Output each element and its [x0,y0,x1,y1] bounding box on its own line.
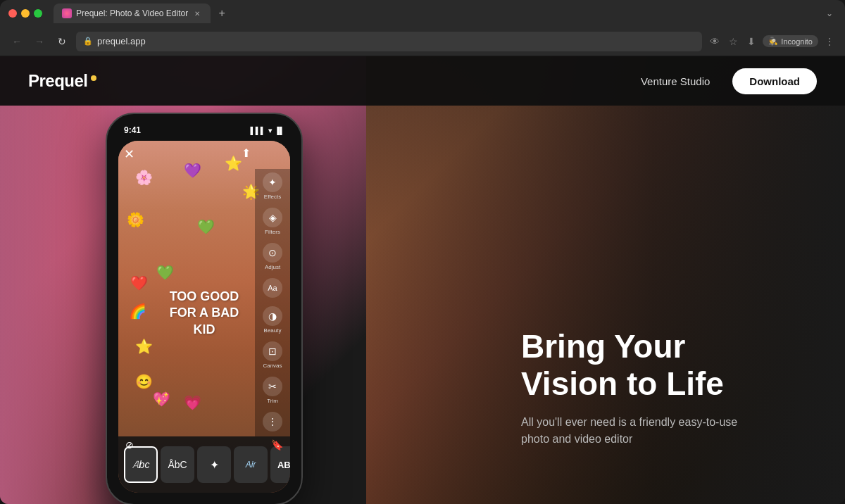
more-icon: ⋮ [263,412,282,431]
phone-mockup-area: 9:41 ▌▌▌ ▾ ▐▌ ✕ ⬆ 🌸 [106,113,303,504]
download-button[interactable]: Download [732,68,817,94]
tab-close-button[interactable]: ✕ [192,8,202,18]
bottom-sticker-script[interactable]: 𝔸bc [124,446,158,483]
bottom-sticker-air[interactable]: Air [234,446,268,483]
forward-button[interactable]: → [31,33,48,50]
titlebar: Prequel: Photo & Video Editor ✕ + ⌄ [0,0,845,27]
phone-mockup: 9:41 ▌▌▌ ▾ ▐▌ ✕ ⬆ 🌸 [106,113,303,504]
text-icon: Aa [263,278,282,298]
url-bar[interactable]: 🔒 prequel.app [76,32,702,51]
sticker-green-circle: 💚 [156,264,174,281]
browser-window: Prequel: Photo & Video Editor ✕ + ⌄ ← → … [0,0,845,504]
venture-studio-link[interactable]: Venture Studio [641,75,710,87]
toolbar-text[interactable]: Aa [263,278,282,299]
lock-icon: 🔒 [83,37,93,46]
toolbar-adjust[interactable]: ⊙ Adjust [263,243,282,270]
window-controls-right: ⌄ [822,6,837,20]
sticker-red-heart: ❤️ [130,275,148,291]
bottom-sticker-symbol[interactable]: ✦ [197,446,231,483]
sticker-pink-heart: 💗 [184,394,201,411]
window-menu-button[interactable]: ⌄ [822,6,837,20]
hero-title: Bring Your Vision to Life [521,328,789,403]
tab-favicon [62,8,72,18]
incognito-icon: 🕵 [768,37,778,46]
toolbar-trim[interactable]: ✂ Trim [263,377,282,404]
sticker-star: ⭐ [225,155,242,172]
logo-dot [91,75,96,81]
back-button[interactable]: ← [8,33,25,50]
tab-title: Prequel: Photo & Video Editor [76,8,188,18]
adjust-icon: ⊙ [263,243,282,263]
toolbar-effects[interactable]: ✦ Effects [263,172,282,200]
new-tab-button[interactable]: + [213,5,230,22]
bottom-sticker-abc[interactable]: ABC [270,446,290,483]
phone-share-button[interactable]: ⬆ [242,146,251,160]
close-window-button[interactable] [8,9,17,18]
tab-area: Prequel: Photo & Video Editor ✕ + [54,4,817,23]
logo[interactable]: Prequel [28,71,96,91]
battery-icon: ▐▌ [275,127,284,134]
phone-status-icons: ▌▌▌ ▾ ▐▌ [251,127,284,134]
sticker-rainbow: 🌈 [129,303,146,320]
phone-time: 9:41 [124,125,141,135]
sticker-purple-star: 💜 [184,162,201,179]
toolbar-canvas[interactable]: ⊡ Canvas [263,341,282,369]
sticker-smiley: 😊 [135,373,153,390]
site-nav: Prequel Venture Studio Download [0,56,845,106]
face-text-line1: TOO GOOD [170,289,239,305]
hero-text: Bring Your Vision to Life All you'll eve… [521,328,789,448]
hero-subtitle: All you'll ever need is a friendly easy-… [521,414,746,448]
trim-icon: ✂ [263,377,282,396]
incognito-badge: 🕵 Incognito [763,35,818,47]
wifi-icon: ▾ [268,127,272,134]
filters-icon: ◈ [263,208,282,227]
browser-menu-button[interactable]: ⋮ [822,34,837,49]
download-icon[interactable]: ⬇ [744,34,758,49]
toolbar-filters[interactable]: ◈ Filters [263,208,282,235]
signal-icon: ▌▌▌ [251,127,265,134]
phone-bottombar: ⊘ 🔖 𝔸bc ÅbC ✦ Air ABC [118,436,290,493]
phone-statusbar: 9:41 ▌▌▌ ▾ ▐▌ [118,125,290,141]
eye-slash-icon[interactable]: 👁 [708,34,722,49]
canvas-icon: ⊡ [263,341,282,361]
phone-close-button[interactable]: ✕ [124,146,134,162]
logo-text: Prequel [28,71,88,91]
maximize-window-button[interactable] [34,9,42,18]
page-content: Prequel Venture Studio Download 9:41 ▌▌▌… [0,56,845,504]
sticker-flower: 🌸 [135,169,153,186]
addressbar-actions: 👁 ☆ ⬇ 🕵 Incognito ⋮ [708,34,837,49]
refresh-button[interactable]: ↻ [54,33,70,50]
sticker-daisy: 🌼 [127,211,144,228]
addressbar: ← → ↻ 🔒 prequel.app 👁 ☆ ⬇ 🕵 Incognito ⋮ [0,27,845,56]
bookmark-sticker-icon[interactable]: 🔖 [271,439,283,451]
minimize-window-button[interactable] [21,9,30,18]
bookmark-icon[interactable]: ☆ [726,34,740,49]
effects-icon: ✦ [263,172,282,192]
active-tab[interactable]: Prequel: Photo & Video Editor ✕ [54,4,211,23]
sticker-green-heart: 💚 [197,218,215,235]
phone-toolbar: ✦ Effects ◈ Filters ⊙ Adjust [255,169,290,436]
toolbar-more[interactable]: ⋮ [263,412,282,433]
bottom-sticker-serif[interactable]: ÅbC [161,446,194,483]
face-text-line2: FOR A BAD [170,305,239,321]
sticker-sparkle-heart: 💖 [153,391,170,408]
phone-screen: ✕ ⬆ 🌸 💜 ⭐ 🌟 🌼 💚 ❤️ 🌈 ⭐ 😊 💗 [118,141,290,493]
face-text-line3: KID [170,322,239,338]
sticker-gold-star: ⭐ [135,338,153,355]
face-text: TOO GOOD FOR A BAD KID [170,289,239,338]
hero-title-line2: Vision to Life [521,365,724,402]
traffic-lights [8,9,42,18]
hero-title-line1: Bring Your [521,328,685,365]
no-sticker-icon[interactable]: ⊘ [125,439,134,451]
beauty-icon: ◑ [263,306,282,326]
toolbar-beauty[interactable]: ◑ Beauty [263,306,282,334]
url-text: prequel.app [97,36,146,46]
incognito-label: Incognito [781,37,813,46]
